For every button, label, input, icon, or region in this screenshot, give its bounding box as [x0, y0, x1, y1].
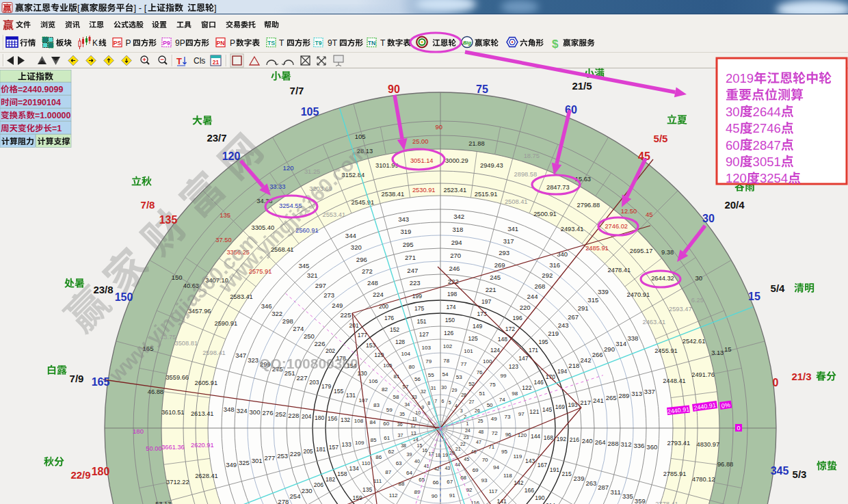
svg-text:135: 135 — [362, 486, 372, 493]
svg-text:132: 132 — [341, 416, 350, 423]
svg-text:241: 241 — [593, 397, 604, 404]
svg-text:32: 32 — [421, 389, 426, 394]
svg-text:301: 301 — [252, 457, 263, 464]
svg-text:11: 11 — [412, 416, 417, 421]
svg-text:149: 149 — [473, 323, 482, 330]
svg-text:2898.58: 2898.58 — [514, 171, 538, 178]
svg-text:8: 8 — [427, 401, 430, 406]
svg-text:=2440.9099: =2440.9099 — [18, 85, 63, 94]
svg-text:31: 31 — [431, 386, 436, 390]
svg-text:109: 109 — [355, 440, 365, 446]
svg-text:TN: TN — [368, 40, 375, 47]
svg-text:2644.32: 2644.32 — [651, 275, 674, 282]
svg-text:120: 120 — [283, 164, 294, 172]
svg-text:2493.41: 2493.41 — [561, 226, 584, 233]
svg-text:319: 319 — [400, 228, 411, 235]
svg-text:360: 360 — [646, 443, 657, 451]
svg-text:1: 1 — [466, 421, 468, 426]
svg-text:46.88: 46.88 — [148, 388, 163, 395]
svg-text:18.75: 18.75 — [524, 152, 540, 159]
svg-text:112: 112 — [389, 492, 398, 499]
svg-text:150: 150 — [445, 317, 455, 323]
svg-text:3: 3 — [460, 408, 463, 413]
svg-text:94: 94 — [493, 464, 499, 470]
svg-text:126: 126 — [444, 330, 453, 336]
svg-text:215: 215 — [562, 470, 572, 477]
svg-text:120: 120 — [726, 171, 747, 185]
svg-text:3559.66: 3559.66 — [165, 374, 189, 381]
svg-text:0%: 0% — [721, 401, 730, 410]
svg-text:298: 298 — [282, 317, 293, 325]
svg-text:15: 15 — [724, 345, 732, 353]
svg-text:274: 274 — [293, 325, 304, 332]
svg-text:21: 21 — [213, 59, 220, 66]
svg-text:252: 252 — [275, 410, 286, 418]
svg-text:219: 219 — [548, 330, 559, 337]
svg-text:30: 30 — [441, 385, 447, 390]
svg-text:315: 315 — [587, 296, 598, 304]
svg-text:152: 152 — [390, 326, 399, 333]
svg-text:3000.29: 3000.29 — [445, 157, 468, 164]
svg-text:84: 84 — [369, 419, 375, 425]
svg-text:229: 229 — [290, 450, 301, 457]
svg-text:5: 5 — [449, 400, 451, 405]
svg-text:54: 54 — [442, 371, 448, 377]
svg-text:90: 90 — [435, 123, 442, 131]
svg-text:22/9: 22/9 — [70, 469, 90, 481]
svg-text:75: 75 — [476, 83, 488, 95]
svg-text:179: 179 — [321, 383, 331, 390]
svg-text:Big: Big — [463, 40, 472, 46]
svg-text:348: 348 — [224, 406, 235, 413]
svg-text:4780.12: 4780.12 — [692, 476, 715, 483]
svg-text:250: 250 — [304, 332, 315, 340]
svg-text:294: 294 — [451, 239, 462, 246]
svg-text:24: 24 — [465, 428, 471, 433]
svg-text:9P: 9P — [175, 38, 185, 48]
svg-text:34: 34 — [404, 402, 410, 407]
svg-text:220: 220 — [520, 304, 531, 311]
svg-text:267: 267 — [568, 313, 579, 321]
svg-text:85: 85 — [371, 437, 377, 443]
svg-text:2746: 2746 — [753, 121, 781, 135]
svg-text:2746.02: 2746.02 — [605, 223, 628, 230]
svg-text:2560.91: 2560.91 — [295, 227, 319, 234]
svg-text:33.33: 33.33 — [269, 183, 285, 190]
svg-text:272: 272 — [362, 267, 373, 275]
svg-text:122: 122 — [522, 384, 531, 391]
svg-text:337: 337 — [644, 388, 655, 395]
svg-text:2515.91: 2515.91 — [475, 191, 498, 198]
svg-text:271: 271 — [405, 254, 416, 261]
svg-text:37: 37 — [398, 433, 403, 438]
svg-text:121: 121 — [529, 408, 539, 415]
svg-text:20/4: 20/4 — [724, 199, 745, 211]
svg-text:343: 343 — [398, 215, 409, 223]
svg-text:270: 270 — [450, 252, 461, 259]
svg-text:25.00: 25.00 — [412, 138, 428, 145]
svg-text:290: 290 — [604, 345, 615, 353]
svg-text:204: 204 — [302, 413, 311, 420]
svg-text:6: 6 — [442, 399, 445, 403]
svg-text:96.88: 96.88 — [717, 461, 733, 468]
svg-text:320: 320 — [351, 243, 362, 251]
svg-text:30: 30 — [726, 105, 740, 119]
svg-text:2785.91: 2785.91 — [663, 470, 687, 477]
svg-text:226: 226 — [315, 340, 326, 347]
svg-text:3610.51: 3610.51 — [161, 409, 185, 416]
svg-text:180: 180 — [315, 414, 324, 421]
svg-text:148: 148 — [498, 336, 507, 343]
svg-text:3712.22: 3712.22 — [166, 479, 189, 486]
svg-text:95: 95 — [501, 449, 507, 455]
svg-text:2620.91: 2620.91 — [191, 442, 214, 449]
svg-text:2605.91: 2605.91 — [195, 380, 218, 386]
svg-text:5/3: 5/3 — [793, 468, 807, 480]
svg-text:194: 194 — [557, 368, 567, 375]
svg-text:243: 243 — [558, 321, 569, 329]
svg-text:216: 216 — [570, 436, 579, 443]
svg-text:124: 124 — [490, 347, 500, 354]
svg-text:T9: T9 — [315, 40, 322, 47]
svg-text:130: 130 — [358, 370, 367, 377]
svg-text:253: 253 — [277, 452, 288, 460]
svg-text:151: 151 — [416, 318, 426, 325]
svg-text:19: 19 — [442, 453, 448, 457]
svg-text:51: 51 — [479, 390, 485, 397]
